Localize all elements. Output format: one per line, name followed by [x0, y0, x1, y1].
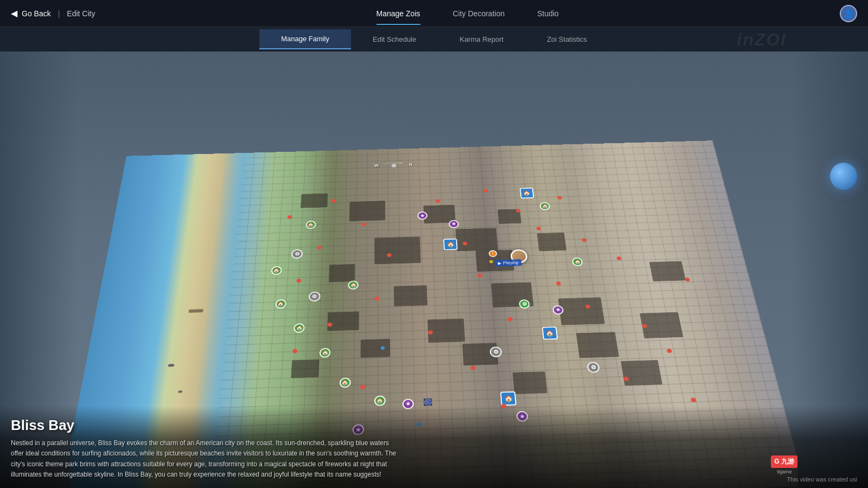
- fireworks-icon-1: 🎆: [423, 398, 432, 406]
- bottom-info-panel: Bliss Bay Nestled in a parallel universe…: [0, 406, 868, 488]
- nav-divider: |: [58, 9, 60, 18]
- compass-north: N: [409, 163, 413, 166]
- edit-city-label[interactable]: Edit City: [67, 9, 95, 18]
- map-marker-green-7[interactable]: 🏠: [339, 377, 350, 388]
- sub-tab-manage-family[interactable]: Manage Family: [259, 29, 351, 49]
- main-nav-tabs: Manage Zois City Decoration Studio: [106, 7, 829, 21]
- city-name: Bliss Bay: [11, 417, 857, 434]
- playing-icon: ▶: [497, 261, 502, 265]
- compass-west: W: [374, 163, 379, 168]
- tab-studio[interactable]: Studio: [537, 7, 559, 21]
- tab-manage-zois[interactable]: Manage Zois: [376, 7, 420, 21]
- account-icon-symbol: 👤: [844, 9, 853, 18]
- sub-navigation: Manage Family Edit Schedule Karma Report…: [0, 27, 868, 52]
- sub-tab-karma-report[interactable]: Karma Report: [438, 30, 525, 49]
- blue-sphere-decoration: [830, 163, 857, 190]
- jiuyou-logo: G 九游 9game: [771, 455, 797, 474]
- watermark-text: This video was created usi: [787, 476, 857, 483]
- city-description: Nestled in a parallel universe, Bliss Ba…: [11, 438, 401, 480]
- boat-pier: [189, 309, 203, 313]
- nav-back-section[interactable]: ◀ Go Back | Edit City: [0, 8, 106, 18]
- playing-badge: ▶ Playing: [494, 259, 521, 266]
- account-button[interactable]: 👤: [840, 5, 857, 22]
- sub-tab-zoi-statistics[interactable]: Zoi Statistics: [525, 30, 609, 49]
- sub-tab-edit-schedule[interactable]: Edit Schedule: [351, 30, 438, 49]
- jiuyou-text: 九游: [781, 458, 794, 465]
- map-marker-house-2[interactable]: 🏠: [520, 188, 534, 198]
- playing-label: Playing: [503, 260, 519, 265]
- tab-city-decoration[interactable]: City Decoration: [453, 7, 505, 21]
- nav-right-section: 👤: [829, 5, 868, 22]
- top-navigation: ◀ Go Back | Edit City Manage Zois City D…: [0, 0, 868, 27]
- map-marker-house-3[interactable]: 🏠: [541, 326, 558, 339]
- jiuyou-badge: G 九游: [771, 455, 797, 468]
- jiuyou-sub: 9game: [777, 469, 792, 474]
- back-arrow-icon: ◀: [11, 8, 17, 18]
- boat-2: [168, 364, 174, 367]
- jiuyou-icon: G: [774, 458, 779, 465]
- map-marker-house-main[interactable]: 🏠: [443, 239, 457, 250]
- go-back-label[interactable]: Go Back: [22, 9, 51, 18]
- boat-3: [178, 390, 182, 393]
